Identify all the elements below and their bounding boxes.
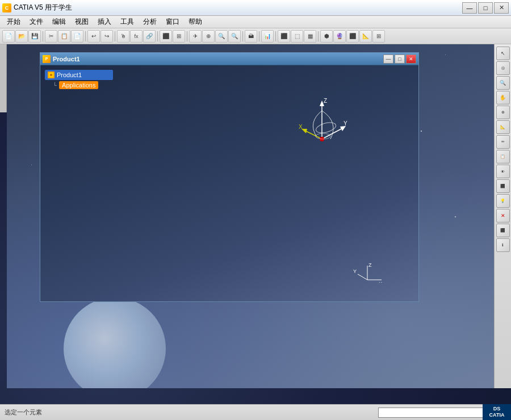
applications-badge[interactable]: Applications: [59, 81, 98, 89]
menu-file[interactable]: 文件: [25, 16, 48, 28]
svg-line-19: [358, 274, 367, 280]
mdi-title-left: P Product1: [43, 55, 80, 63]
mdi-minimize[interactable]: —: [383, 54, 393, 64]
catia-logo-ds: DS: [489, 406, 505, 412]
catia-logo-text: DS CATIA: [489, 406, 505, 418]
tb-sep6: [242, 31, 243, 41]
rt-edit[interactable]: ✏: [496, 135, 510, 149]
menu-insert[interactable]: 插入: [93, 16, 116, 28]
tb-wire[interactable]: ⬚: [291, 30, 303, 43]
rt-pan[interactable]: ✋: [496, 91, 510, 104]
tb-save[interactable]: 💾: [28, 30, 41, 43]
tb-new[interactable]: 📄: [2, 30, 15, 43]
rt-snap[interactable]: ⊕: [496, 106, 510, 119]
menu-analyze[interactable]: 分析: [139, 16, 161, 28]
rt-view[interactable]: 👁: [496, 165, 510, 178]
status-text: 选定一个元素: [5, 408, 42, 417]
rt-zoom[interactable]: 🔍: [496, 76, 510, 90]
app-icon: C: [2, 3, 11, 12]
star: [445, 54, 446, 55]
menu-start[interactable]: 开始: [2, 16, 25, 28]
tb-perspective[interactable]: 🔮: [333, 30, 346, 43]
svg-text:Y: Y: [353, 268, 357, 274]
mdi-close[interactable]: ✕: [406, 54, 416, 64]
tb-zoomin[interactable]: 🔍: [215, 30, 228, 43]
tb-part[interactable]: ⬛: [346, 30, 359, 43]
maximize-button[interactable]: □: [478, 2, 493, 14]
rt-info[interactable]: ℹ: [496, 238, 510, 252]
rt-prop[interactable]: ⬛: [496, 224, 510, 237]
axis-3d-svg: Z Y X: [294, 94, 350, 150]
svg-point-2: [50, 74, 52, 76]
close-button[interactable]: ✕: [494, 2, 509, 14]
tree-panel: Product1 └ Applications: [45, 70, 113, 89]
rt-rotate[interactable]: ◎: [496, 61, 510, 75]
menu-edit[interactable]: 编辑: [48, 16, 70, 28]
rt-measure[interactable]: 📐: [496, 120, 510, 134]
tree-item-product1[interactable]: Product1: [45, 70, 113, 80]
tb-zoomout[interactable]: 🔍: [228, 30, 241, 43]
tb-sep5: [187, 31, 187, 41]
tb-snap[interactable]: ⬛: [160, 30, 172, 43]
app-title: CATIA V5 用于学生: [14, 3, 72, 12]
tb-link[interactable]: 🔗: [143, 30, 156, 43]
menu-view[interactable]: 视图: [70, 16, 93, 28]
tb-undo[interactable]: ↩: [87, 30, 100, 43]
menu-window[interactable]: 窗口: [161, 16, 184, 28]
rt-select[interactable]: ↖: [496, 47, 510, 60]
rt-layer[interactable]: ⬛: [496, 179, 510, 193]
tb-cursor[interactable]: 🖱: [117, 30, 129, 43]
star: [31, 165, 32, 165]
axis-bottom-right: Z X Y: [353, 260, 384, 284]
tb-move[interactable]: ✈: [189, 30, 202, 43]
minimize-button[interactable]: —: [462, 2, 477, 14]
tb-sep4: [157, 31, 158, 41]
svg-line-9: [305, 131, 322, 139]
app-icon-label: C: [5, 5, 9, 11]
right-toolbar: ↖ ◎ 🔍 ✋ ⊕ 📐 ✏ 📋 👁 ⬛ 💡 ✕ ⬛ ℹ: [494, 44, 511, 388]
title-bar-left: C CATIA V5 用于学生: [2, 3, 72, 12]
tb-sep2: [85, 31, 86, 41]
menu-help[interactable]: 帮助: [184, 16, 207, 28]
mdi-window-icon: P: [43, 55, 51, 63]
catia-logo-name: CATIA: [489, 412, 505, 418]
tb-center[interactable]: ⊕: [202, 30, 215, 43]
status-input[interactable]: [378, 408, 492, 418]
tb-box[interactable]: ⬛: [278, 30, 290, 43]
tb-measure[interactable]: 📐: [359, 30, 372, 43]
product-icon: [47, 71, 55, 79]
mdi-maximize[interactable]: □: [395, 54, 405, 64]
tb-open[interactable]: 📂: [15, 30, 28, 43]
catia-logo: DS CATIA: [483, 404, 511, 420]
svg-text:X: X: [379, 281, 382, 283]
tb-paste[interactable]: 📄: [71, 30, 83, 43]
rt-delete[interactable]: ✕: [496, 209, 510, 222]
tb-formula[interactable]: fx: [130, 30, 143, 43]
tb-render[interactable]: 📊: [261, 30, 274, 43]
tb-isometric[interactable]: ⬢: [320, 30, 333, 43]
mdi-window-title: Product1: [53, 56, 80, 62]
axis-3d-top: Z Y X: [294, 94, 350, 152]
star: [421, 131, 422, 132]
left-indicator: [0, 44, 7, 112]
moon-decoration: [64, 297, 166, 388]
menu-tools[interactable]: 工具: [116, 16, 139, 28]
tb-grid[interactable]: ⊞: [173, 30, 185, 43]
mdi-viewport[interactable]: Product1 └ Applications Z Y: [40, 65, 418, 301]
toolbar-row-1: 📄 📂 💾 ✂ 📋 📄 ↩ ↪ 🖱 fx 🔗 ⬛ ⊞ ✈ ⊕ 🔍 🔍 🏔 📊 ⬛…: [0, 28, 511, 44]
tb-copy[interactable]: 📋: [58, 30, 70, 43]
tb-cut[interactable]: ✂: [45, 30, 57, 43]
svg-text:Z: Z: [368, 262, 372, 268]
tb-solid[interactable]: ▦: [304, 30, 316, 43]
rt-tree[interactable]: 📋: [496, 150, 510, 163]
tb-sep3: [115, 31, 115, 41]
tree-child-applications[interactable]: └ Applications: [53, 81, 113, 89]
svg-marker-7: [340, 126, 346, 131]
tb-normal[interactable]: 🏔: [245, 30, 257, 43]
tb-expand[interactable]: ⊞: [372, 30, 385, 43]
tb-redo[interactable]: ↪: [100, 30, 113, 43]
svg-text:X: X: [299, 124, 303, 130]
rt-light[interactable]: 💡: [496, 194, 510, 208]
mdi-controls: — □ ✕: [383, 54, 416, 64]
tb-sep8: [275, 31, 276, 41]
